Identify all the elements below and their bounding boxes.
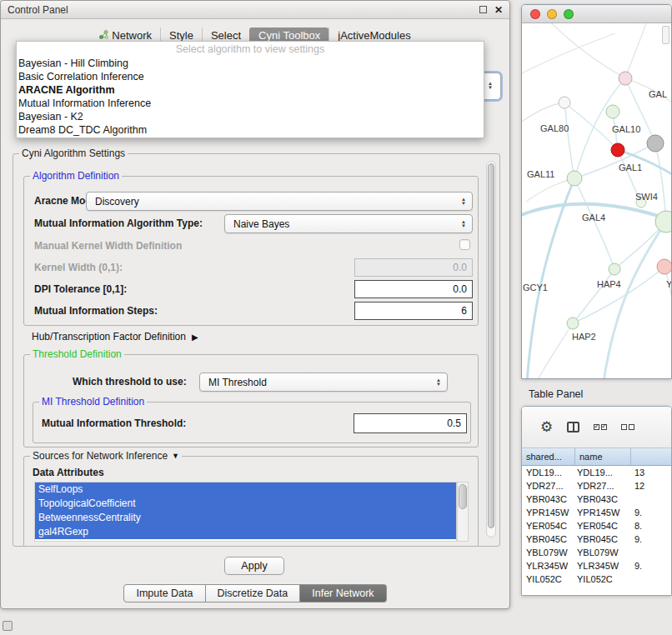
network-scrollbar[interactable] bbox=[662, 26, 669, 44]
network-icon bbox=[99, 29, 108, 42]
algorithm-placeholder: Select algorithm to view settings bbox=[17, 42, 484, 57]
sources-group: Sources for Network Inference ▼ Data Att… bbox=[23, 456, 479, 546]
table-cell: 13 bbox=[631, 468, 671, 478]
table-row[interactable]: YDR27...YDR27...12 bbox=[522, 479, 671, 492]
zoom-traffic-light-icon[interactable] bbox=[564, 9, 574, 19]
sources-group-title[interactable]: Sources for Network Inference ▼ bbox=[30, 450, 182, 462]
table-row[interactable]: YIL052CYIL052C bbox=[522, 572, 671, 586]
node-label: SWI4 bbox=[635, 192, 658, 202]
settings-scrollbar-thumb[interactable] bbox=[488, 163, 494, 528]
network-node[interactable] bbox=[609, 263, 620, 275]
algorithm-definition-title: Algorithm Definition bbox=[30, 170, 122, 182]
network-node[interactable] bbox=[647, 135, 664, 152]
aracne-mode-select[interactable]: Discovery ▲▼ bbox=[86, 192, 473, 211]
data-attributes-label: Data Attributes bbox=[33, 467, 104, 478]
algorithm-definition-group: Algorithm Definition Aracne Mode: Discov… bbox=[23, 176, 479, 326]
attribute-item-topologicalcoefficient[interactable]: TopologicalCoefficient bbox=[35, 497, 456, 511]
minimize-traffic-light-icon[interactable] bbox=[547, 9, 557, 19]
network-node[interactable] bbox=[559, 97, 570, 108]
column-header-name[interactable]: name bbox=[575, 448, 631, 465]
mi-threshold-input[interactable]: 0.5 bbox=[354, 413, 467, 433]
mi-steps-input[interactable]: 6 bbox=[354, 302, 473, 320]
network-edge bbox=[527, 178, 574, 379]
algorithm-option-bayesian-k2[interactable]: Bayesian - K2 bbox=[17, 110, 484, 123]
apply-button[interactable]: Apply bbox=[224, 557, 284, 575]
bottom-tab-discretize-data[interactable]: Discretize Data bbox=[206, 584, 301, 602]
attribute-item-betweennesscentrality[interactable]: BetweennessCentrality bbox=[35, 511, 456, 525]
close-icon[interactable]: ✕ bbox=[494, 6, 503, 14]
network-node[interactable] bbox=[567, 171, 582, 186]
kernel-width-input: 0.0 bbox=[354, 258, 473, 277]
table-row[interactable]: YLR345WYLR345W9. bbox=[522, 559, 671, 572]
node-label: GAL bbox=[649, 89, 667, 99]
attributes-scrollbar[interactable] bbox=[457, 482, 469, 542]
table-cell: YER054C bbox=[575, 521, 631, 531]
column-header-2[interactable] bbox=[631, 448, 671, 465]
network-node[interactable] bbox=[567, 318, 579, 329]
mi-type-select[interactable]: Naive Bayes ▲▼ bbox=[224, 214, 473, 233]
algorithm-dropdown-popup: Select algorithm to view settings Bayesi… bbox=[16, 41, 484, 138]
columns-icon[interactable] bbox=[567, 422, 579, 432]
table-cell: 9. bbox=[631, 508, 671, 518]
dpi-tolerance-label: DPI Tolerance [0,1]: bbox=[34, 283, 127, 295]
table-row[interactable]: YBR045CYBR045C9. bbox=[522, 532, 671, 546]
expand-right-icon: ▶ bbox=[192, 332, 198, 342]
node-label: Y bbox=[666, 279, 672, 289]
table-row[interactable]: YBR043CYBR043C bbox=[522, 492, 671, 506]
network-edge bbox=[522, 33, 615, 77]
table-row[interactable]: YPR145WYPR145W9. bbox=[522, 506, 671, 519]
bottom-tab-impute-data[interactable]: Impute Data bbox=[123, 584, 205, 602]
float-window-icon[interactable] bbox=[479, 6, 487, 13]
algorithm-option-basic-correlation-inference[interactable]: Basic Correlation Inference bbox=[17, 70, 484, 83]
node-label: GAL11 bbox=[527, 169, 554, 179]
deselect-all-columns-icon[interactable] bbox=[621, 424, 634, 430]
algorithm-option-aracne-algorithm[interactable]: ARACNE Algorithm bbox=[17, 83, 484, 97]
table-row[interactable]: YDL19...YDL19...13 bbox=[522, 466, 671, 479]
threshold-type-select[interactable]: MI Threshold ▲▼ bbox=[199, 372, 448, 392]
node-label: HAP2 bbox=[572, 332, 596, 342]
table-cell: 8. bbox=[631, 521, 671, 531]
node-label: GAL1 bbox=[619, 162, 642, 172]
network-node[interactable] bbox=[611, 143, 624, 157]
algorithm-option-dream8-dc-tdc-algorithm[interactable]: Dream8 DC_TDC Algorithm bbox=[17, 123, 484, 137]
settings-scrollbar[interactable] bbox=[486, 161, 496, 538]
table-cell: 12 bbox=[631, 481, 671, 491]
manual-kernel-label: Manual Kernel Width Definition bbox=[34, 240, 182, 252]
tab-label: Network bbox=[112, 29, 152, 42]
network-edge bbox=[574, 178, 614, 269]
aracne-mode-value: Discovery bbox=[95, 196, 139, 208]
manual-kernel-checkbox[interactable] bbox=[459, 239, 470, 250]
minimized-panel-icon[interactable] bbox=[3, 621, 13, 631]
network-node[interactable] bbox=[657, 259, 672, 274]
hub-definition-toggle[interactable]: Hub/Transcription Factor Definition ▶ bbox=[32, 331, 198, 342]
table-cell: YPR145W bbox=[575, 508, 631, 518]
bottom-tab-infer-network[interactable]: Infer Network bbox=[300, 584, 386, 602]
attribute-item-gal4rgexp[interactable]: gal4RGexp bbox=[35, 525, 456, 539]
table-toolbar: ⚙ bbox=[522, 407, 671, 448]
network-node[interactable] bbox=[606, 105, 619, 118]
select-all-columns-icon[interactable] bbox=[594, 424, 607, 430]
column-header-shared[interactable]: shared... bbox=[522, 448, 575, 465]
attributes-scrollbar-thumb[interactable] bbox=[459, 484, 467, 509]
table-panel-window: ⚙ shared...name YDL19...YDL19...13YDR27.… bbox=[521, 406, 672, 596]
attribute-item-selfloops[interactable]: SelfLoops bbox=[35, 482, 456, 497]
algorithm-option-mutual-information-inference[interactable]: Mutual Information Inference bbox=[17, 97, 484, 110]
tab-label: Cyni Toolbox bbox=[258, 29, 320, 42]
table-cell: 9. bbox=[631, 561, 671, 571]
gear-icon[interactable]: ⚙ bbox=[540, 420, 553, 434]
dpi-tolerance-input[interactable]: 0.0 bbox=[354, 280, 473, 298]
data-attributes-list[interactable]: SelfLoopsTopologicalCoefficientBetweenne… bbox=[34, 482, 457, 542]
network-edge bbox=[537, 323, 573, 379]
table-cell: YIL052C bbox=[522, 574, 575, 584]
close-traffic-light-icon[interactable] bbox=[530, 9, 540, 19]
network-node[interactable] bbox=[619, 72, 632, 85]
table-cell: YLR345W bbox=[522, 561, 575, 571]
network-canvas[interactable]: GALGAL80GAL10GAL11GAL1SWI4GAL4GCY1HAP4HA… bbox=[522, 23, 672, 379]
table-row[interactable]: YBL079WYBL079W bbox=[522, 546, 671, 559]
mi-steps-label: Mutual Information Steps: bbox=[34, 305, 158, 317]
table-cell: YPR145W bbox=[522, 508, 575, 518]
control-panel-titlebar: Control Panel ✕ bbox=[1, 1, 509, 19]
algorithm-option-bayesian-hill-climbing[interactable]: Bayesian - Hill Climbing bbox=[17, 57, 484, 70]
table-row[interactable]: YER054CYER054C8. bbox=[522, 519, 671, 532]
table-body: YDL19...YDL19...13YDR27...YDR27...12YBR0… bbox=[522, 466, 671, 586]
